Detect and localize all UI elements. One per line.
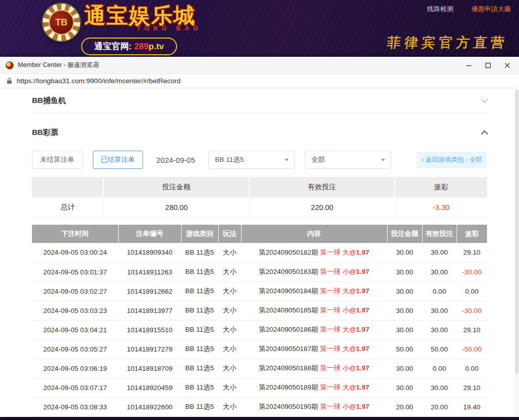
browser-favicon-icon (6, 61, 14, 69)
cell-game: BB 11选5 (181, 262, 218, 282)
cell-valid: 30.00 (422, 262, 457, 282)
cell-payout: 29.10 (457, 243, 487, 262)
settled-bets-button[interactable]: 已结算注单 (93, 151, 144, 169)
cell-content: 第202409050183期 第一球 小@1.97 (241, 262, 387, 282)
bet-odds: @1.97 (350, 287, 369, 295)
cell-content: 第202409050189期 第一球 大@1.97 (241, 378, 387, 397)
cell-bet: 30.00 (387, 320, 422, 339)
cell-order: 101418922600 (118, 397, 181, 416)
bet-pick: 第一球 大 (320, 383, 350, 391)
summary-total-bet: 280.00 (104, 197, 250, 218)
banner-links: 线路检测 優惠申請大廳 (410, 5, 511, 14)
back-to-category-button[interactable]: ‹ 返回游戏类别 - 全部 (417, 152, 487, 168)
section-fishing[interactable]: BB捕鱼机 (32, 89, 487, 113)
filter-bar: 未结算注单 已结算注单 2024-09-05 BB 11选5 全部 ‹ 返回游戏… (32, 151, 487, 169)
table-row: 2024-09-05 03:03:23 101418913977 BB 11选5… (32, 301, 487, 320)
casino-chip-icon: TB (43, 4, 80, 41)
bet-issue: 第202409050188期 (259, 364, 318, 372)
cell-content: 第202409050190期 第一球 小@1.97 (241, 397, 387, 416)
cell-play: 大小 (218, 320, 241, 339)
table-row: 2024-09-05 03:08:33 101418922600 BB 11选5… (32, 397, 487, 416)
bet-issue: 第202409050182期 (259, 249, 318, 256)
cell-order: 101418915510 (118, 320, 181, 339)
header-content: 内容 (241, 225, 387, 243)
cell-payout: 19.40 (457, 397, 487, 416)
cell-time: 2024-09-05 03:08:33 (32, 397, 118, 416)
bet-odds: @1.97 (350, 364, 369, 372)
summary-header-row: 投注金额 有效投注 派彩 (32, 177, 487, 197)
url-text[interactable]: https://tongbao31.com:9900/infe/mcenter/… (17, 77, 181, 85)
cell-time: 2024-09-05 03:00:24 (32, 243, 118, 262)
bet-odds: @1.97 (350, 383, 369, 391)
cell-content: 第202409050182期 第一球 大@1.97 (241, 243, 387, 262)
bet-issue: 第202409050190期 (259, 403, 318, 410)
cell-content: 第202409050185期 第一球 小@1.97 (241, 301, 387, 320)
cell-time: 2024-09-05 03:03:23 (32, 301, 118, 320)
cell-game: BB 11选5 (181, 243, 218, 262)
bet-records-table: 下注时间 注单编号 游戏类别 玩法 内容 投注金额 有效投注 派彩 2024-0… (32, 225, 487, 417)
official-slogan: 菲律宾官方直营 (386, 33, 508, 52)
bet-odds: @1.97 (350, 345, 369, 353)
maximize-button[interactable] (478, 57, 498, 74)
close-icon (504, 62, 510, 68)
minimize-button[interactable] (459, 57, 478, 74)
line-check-link[interactable]: 线路检测 (427, 5, 453, 13)
cell-time: 2024-09-05 03:07:17 (32, 378, 118, 397)
cell-game: BB 11选5 (181, 339, 218, 359)
cell-bet: 30.00 (387, 359, 422, 378)
minimize-icon (466, 62, 472, 68)
cell-play: 大小 (218, 359, 241, 378)
browser-titlebar: Member Center - 极速浏览器 (0, 57, 519, 74)
bet-issue: 第202409050187期 (259, 345, 318, 353)
cell-valid: 20.00 (422, 397, 457, 416)
bet-odds: @1.97 (350, 403, 369, 410)
official-site-suffix: p.tv (149, 42, 164, 51)
cell-order: 101418917279 (118, 339, 181, 359)
official-site-number: 289 (134, 42, 148, 51)
bet-pick: 第一球 大 (320, 287, 350, 295)
cell-game: BB 11选5 (181, 378, 218, 397)
cell-order: 101418909340 (118, 243, 181, 262)
chip-label: TB (49, 10, 74, 35)
cell-game: BB 11选5 (181, 397, 218, 416)
window-controls (459, 57, 517, 74)
table-row: 2024-09-05 03:04:21 101418915510 BB 11选5… (32, 320, 487, 339)
cell-order: 101418918709 (118, 359, 181, 378)
cell-valid: 30.00 (422, 301, 457, 320)
cell-payout: 29.10 (457, 378, 487, 397)
header-play: 玩法 (218, 225, 241, 243)
summary-total-label: 总计 (32, 197, 104, 218)
scrollbar[interactable] (514, 89, 519, 417)
bet-table-body: 2024-09-05 03:00:24 101418909340 BB 11选5… (32, 243, 487, 416)
cell-play: 大小 (218, 397, 241, 416)
bet-issue: 第202409050183期 (259, 268, 318, 275)
address-bar[interactable]: https://tongbao31.com:9900/infe/mcenter/… (0, 74, 519, 88)
bet-pick: 第一球 大 (320, 249, 350, 256)
cell-play: 大小 (218, 262, 241, 282)
page-content: BB捕鱼机 BB彩票 未结算注单 已结算注单 2024-09-05 BB 11选… (0, 89, 519, 417)
maximize-icon (485, 62, 491, 68)
summary-table: 投注金额 有效投注 派彩 总计 280.00 220.00 -3.30 (32, 177, 487, 218)
unsettled-bets-button[interactable]: 未结算注单 (32, 151, 83, 169)
summary-header-bet: 投注金额 (104, 177, 250, 197)
summary-header-payout: 派彩 (395, 177, 487, 197)
summary-total-payout: -3.30 (395, 197, 487, 218)
bet-pick: 第一球 小 (320, 364, 350, 372)
cell-order: 101418912662 (118, 282, 181, 301)
close-button[interactable] (498, 57, 517, 74)
scrollbar-thumb[interactable] (515, 90, 518, 374)
cell-content: 第202409050184期 第一球 大@1.97 (241, 282, 387, 301)
cell-play: 大小 (218, 339, 241, 359)
chevron-up-icon (481, 130, 488, 137)
date-display[interactable]: 2024-09-05 (156, 156, 195, 164)
table-row: 2024-09-05 03:02:27 101418912662 BB 11选5… (32, 282, 487, 301)
header-bet: 投注金额 (387, 225, 422, 243)
game-select[interactable]: BB 11选5 (209, 151, 295, 169)
bet-pick: 第一球 大 (320, 345, 350, 353)
promo-hall-link[interactable]: 優惠申請大廳 (471, 5, 511, 13)
cell-payout: 29.10 (457, 320, 487, 339)
section-lottery[interactable]: BB彩票 (32, 120, 487, 145)
summary-header-empty (32, 177, 104, 197)
official-site-pill[interactable]: 通宝官网: 289p.tv (81, 38, 177, 55)
type-select[interactable]: 全部 (305, 151, 391, 169)
